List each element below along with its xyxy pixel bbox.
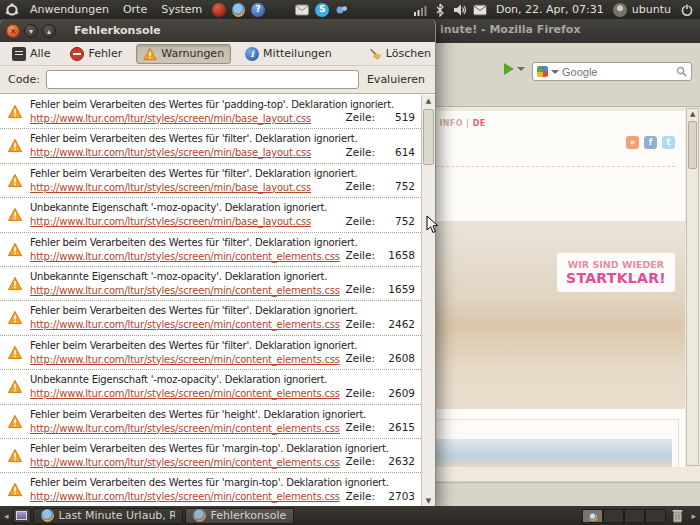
warning-entry[interactable]: Fehler beim Verarbeiten des Wertes für '…	[0, 405, 421, 439]
messages-filter-button[interactable]: i Mitteilungen	[239, 45, 338, 63]
search-engine-dropdown-icon[interactable]	[551, 70, 559, 74]
location-dropdown-icon[interactable]	[517, 67, 525, 71]
ubuntu-logo-icon[interactable]	[5, 3, 19, 17]
user-avatar-icon[interactable]	[613, 3, 627, 17]
warning-icon	[7, 345, 23, 360]
line-info: Zeile: 752	[340, 215, 416, 227]
task-error-console[interactable]: Fehlerkonsole	[185, 508, 295, 524]
warning-message: Fehler beim Verarbeiten des Wertes für '…	[30, 167, 415, 181]
mail-indicator-icon[interactable]	[295, 3, 309, 17]
startklar-box: WIR SIND WIEDER STARTKLAR!	[557, 253, 675, 292]
warning-entry[interactable]: Fehler beim Verarbeiten des Wertes für '…	[0, 439, 421, 473]
line-label: Zeile:	[346, 352, 376, 364]
show-desktop-button[interactable]	[13, 508, 31, 523]
clear-button[interactable]: Löschen	[362, 45, 437, 63]
line-info: Zeile: 2608	[340, 352, 416, 364]
search-icon[interactable]	[676, 66, 687, 77]
bluetooth-icon[interactable]	[433, 3, 447, 17]
close-button[interactable]: ✕	[6, 24, 20, 38]
taskbar-left-arrow[interactable]: ◂	[2, 511, 11, 521]
vertical-scrollbar-thumb[interactable]	[688, 121, 697, 169]
line-info: Zeile: 1658	[340, 249, 416, 261]
network-signal-icon[interactable]	[413, 3, 427, 17]
warning-entry[interactable]: Fehler beim Verarbeiten des Wertes für '…	[0, 233, 421, 267]
line-info: Zeile: 2703	[340, 490, 416, 502]
task-firefox[interactable]: Last Minute Urlaub, Rei...	[33, 508, 183, 524]
warning-message: Fehler beim Verarbeiten des Wertes für '…	[30, 339, 415, 353]
vertical-scrollbar[interactable]: ▲	[686, 108, 699, 466]
menu-applications[interactable]: Anwendungen	[23, 0, 116, 19]
workspace-2[interactable]	[603, 509, 624, 523]
evaluate-button[interactable]: Evaluieren	[365, 73, 427, 86]
help-icon[interactable]: ?	[251, 3, 265, 17]
mouse-cursor	[426, 215, 440, 235]
warning-icon	[7, 310, 23, 325]
maximize-button[interactable]: ▴	[42, 24, 56, 38]
user-menu[interactable]: ubuntu	[630, 3, 677, 16]
trash-icon[interactable]	[671, 508, 684, 523]
code-row: Code: Evaluieren	[0, 66, 435, 92]
line-label: Zeile:	[346, 146, 376, 158]
window-title: Fehlerkonsole	[74, 24, 161, 37]
warning-entry[interactable]: Fehler beim Verarbeiten des Wertes für '…	[0, 164, 421, 198]
warning-entry[interactable]: Unbekannte Eigenschaft '-moz-opacity'. D…	[0, 198, 421, 232]
twitter-icon[interactable]: t	[662, 136, 675, 149]
console-scrollbar-thumb[interactable]	[423, 109, 434, 165]
launcher-icon-red[interactable]	[212, 3, 226, 17]
warning-entry[interactable]: Unbekannte Eigenschaft '-moz-opacity'. D…	[0, 370, 421, 404]
warning-icon	[143, 47, 157, 61]
volume-icon[interactable]	[453, 3, 467, 17]
warning-entry[interactable]: Fehler beim Verarbeiten des Wertes für '…	[0, 336, 421, 370]
clock[interactable]: Don, 22. Apr, 07:31	[490, 3, 610, 16]
search-bar[interactable]	[532, 62, 692, 81]
line-number: 1659	[387, 283, 415, 295]
warnings-filter-button[interactable]: Warnungen	[136, 44, 231, 64]
workspace-3[interactable]	[624, 509, 645, 523]
all-filter-button[interactable]: Alle	[6, 45, 56, 63]
warning-icon	[7, 379, 23, 394]
firefox-window-title: inute! - Mozilla Firefox	[440, 23, 580, 36]
rss-icon[interactable]: »	[626, 136, 639, 149]
power-icon[interactable]	[680, 3, 694, 17]
line-info: Zeile: 2609	[340, 387, 416, 399]
warning-message: Fehler beim Verarbeiten des Wertes für '…	[30, 98, 415, 112]
scroll-up-icon[interactable]: ▲	[422, 97, 435, 105]
warning-entry[interactable]: Fehler beim Verarbeiten des Wertes für '…	[0, 95, 421, 129]
warning-icon	[7, 207, 23, 222]
webpage-top-links-red[interactable]: DE	[473, 119, 486, 128]
minimize-button[interactable]: ▾	[24, 24, 38, 38]
firefox-icon	[193, 509, 206, 522]
search-engine-icon[interactable]	[537, 66, 548, 77]
weather-applet-icon[interactable]	[335, 3, 349, 17]
indicator-messages-icon[interactable]	[473, 3, 487, 17]
warning-entry[interactable]: Fehler beim Verarbeiten des Wertes für '…	[0, 473, 421, 507]
error-console-titlebar[interactable]: ✕ ▾ ▴ Fehlerkonsole	[0, 19, 435, 42]
warning-entry[interactable]: Unbekannte Eigenschaft '-moz-opacity'. D…	[0, 267, 421, 301]
search-input[interactable]	[562, 66, 673, 78]
console-scrollbar[interactable]: ▲ ▼	[421, 95, 435, 507]
facebook-icon[interactable]: f	[644, 136, 657, 149]
line-label: Zeile:	[346, 215, 376, 227]
line-label: Zeile:	[346, 318, 376, 330]
warning-message: Fehler beim Verarbeiten des Wertes für '…	[30, 304, 415, 318]
taskbar-right-arrow[interactable]: ▸	[689, 511, 698, 521]
scroll-up-icon[interactable]: ▲	[690, 110, 695, 118]
workspace-1[interactable]	[582, 509, 603, 523]
code-input[interactable]	[46, 70, 359, 89]
line-number: 752	[387, 215, 415, 227]
warning-icon	[7, 104, 23, 119]
skype-icon[interactable]: S	[315, 3, 329, 17]
warning-message: Fehler beim Verarbeiten des Wertes für '…	[30, 476, 415, 490]
warning-entry[interactable]: Fehler beim Verarbeiten des Wertes für '…	[0, 129, 421, 163]
menu-places[interactable]: Orte	[116, 0, 154, 19]
line-info: Zeile: 519	[340, 111, 416, 123]
warning-entry[interactable]: Fehler beim Verarbeiten des Wertes für '…	[0, 301, 421, 335]
line-number: 2462	[387, 318, 415, 330]
warning-icon	[7, 138, 23, 153]
scroll-down-icon[interactable]: ▼	[422, 497, 435, 505]
errors-filter-button[interactable]: Fehler	[64, 45, 128, 63]
workspace-4[interactable]	[645, 509, 666, 523]
firefox-launcher-icon[interactable]	[232, 3, 245, 17]
menu-system[interactable]: System	[154, 0, 209, 19]
go-button[interactable]	[504, 63, 514, 75]
